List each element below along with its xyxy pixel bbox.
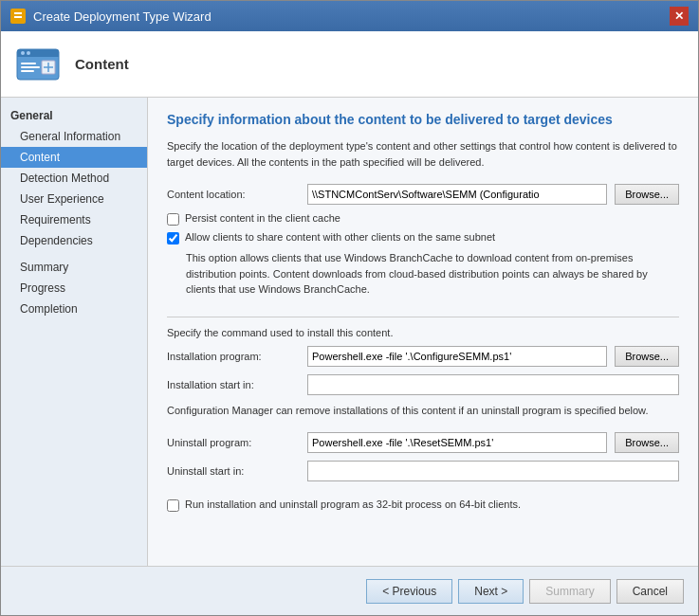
sidebar-item-content[interactable]: Content (1, 147, 147, 168)
sidebar-item-dependencies[interactable]: Dependencies (1, 230, 147, 251)
persist-cache-label: Persist content in the client cache (185, 212, 340, 224)
sidebar-item-general-information[interactable]: General Information (1, 126, 147, 147)
sidebar: General General Information Content Dete… (1, 98, 148, 566)
sidebar-item-summary[interactable]: Summary (1, 257, 147, 278)
uninstall-note: Configuration Manager can remove install… (167, 403, 679, 419)
uninstall-start-row: Uninstall start in: (167, 461, 679, 481)
svg-rect-1 (14, 12, 22, 14)
title-bar-left: Create Deployment Type Wizard (10, 9, 212, 24)
app-icon (10, 9, 26, 24)
run-32bit-label: Run installation and uninstall program a… (185, 498, 521, 510)
installation-program-row: Installation program: Browse... (167, 346, 679, 367)
installation-start-input[interactable] (307, 374, 679, 395)
uninstall-program-input[interactable] (307, 432, 607, 453)
installation-start-label: Installation start in: (167, 379, 300, 390)
header-area: Content (1, 31, 698, 98)
summary-button[interactable]: Summary (529, 579, 610, 604)
separator1 (167, 317, 679, 317)
content-title: Specify information about the content to… (167, 112, 679, 127)
previous-button[interactable]: < Previous (366, 579, 452, 604)
allow-share-label: Allow clients to share content with othe… (185, 231, 495, 243)
install-command-desc: Specify the command used to install this… (167, 327, 679, 338)
content-description: Specify the location of the deployment t… (167, 138, 679, 170)
installation-start-row: Installation start in: (167, 374, 679, 395)
persist-cache-row: Persist content in the client cache (167, 212, 679, 226)
header-title: Content (75, 56, 129, 72)
sidebar-item-requirements[interactable]: Requirements (1, 209, 147, 230)
content-location-row: Content location: Browse... (167, 184, 679, 205)
uninstall-program-browse-button[interactable]: Browse... (615, 432, 679, 453)
run-32bit-row: Run installation and uninstall program a… (167, 498, 679, 512)
window-title: Create Deployment Type Wizard (33, 9, 212, 24)
header-icon (15, 42, 61, 87)
sidebar-item-user-experience[interactable]: User Experience (1, 189, 147, 209)
title-bar: Create Deployment Type Wizard ✕ (1, 1, 698, 31)
sidebar-section-general: General (1, 105, 147, 126)
main-area: General General Information Content Dete… (1, 98, 698, 566)
sidebar-item-completion[interactable]: Completion (1, 299, 147, 319)
svg-rect-2 (14, 16, 22, 18)
uninstall-start-input[interactable] (307, 461, 679, 481)
persist-cache-checkbox[interactable] (167, 213, 179, 226)
main-window: Create Deployment Type Wizard ✕ Content (0, 0, 699, 616)
svg-point-7 (27, 51, 30, 55)
footer: < Previous Next > Summary Cancel (1, 566, 698, 615)
installation-program-input[interactable] (307, 346, 607, 367)
sidebar-item-progress[interactable]: Progress (1, 278, 147, 299)
sidebar-item-detection-method[interactable]: Detection Method (1, 168, 147, 189)
svg-rect-8 (21, 63, 36, 64)
close-button[interactable]: ✕ (670, 7, 689, 26)
svg-rect-10 (21, 70, 34, 72)
content-location-input[interactable] (307, 184, 607, 205)
svg-rect-9 (21, 66, 40, 68)
installation-program-browse-button[interactable]: Browse... (615, 346, 679, 367)
next-button[interactable]: Next > (458, 579, 524, 604)
uninstall-start-label: Uninstall start in: (167, 465, 300, 477)
cancel-button[interactable]: Cancel (616, 579, 684, 604)
content-location-label: Content location: (167, 189, 300, 200)
branch-cache-info: This option allows clients that use Wind… (186, 250, 679, 298)
uninstall-program-label: Uninstall program: (167, 437, 300, 448)
svg-point-6 (21, 51, 25, 55)
uninstall-program-row: Uninstall program: Browse... (167, 432, 679, 453)
allow-share-row: Allow clients to share content with othe… (167, 231, 679, 245)
content-area: Specify information about the content to… (148, 98, 698, 566)
allow-share-checkbox[interactable] (167, 232, 179, 245)
installation-program-label: Installation program: (167, 351, 300, 362)
content-location-browse-button[interactable]: Browse... (615, 184, 679, 205)
run-32bit-checkbox[interactable] (167, 499, 179, 512)
